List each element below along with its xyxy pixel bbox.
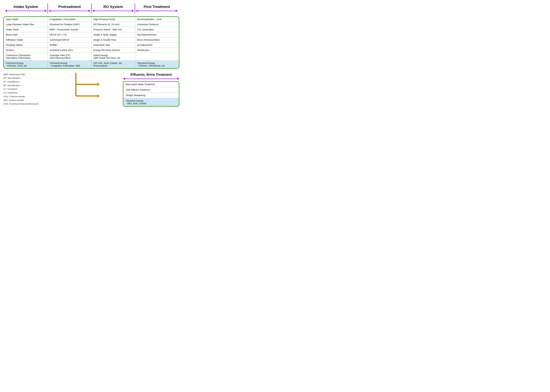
table-row: Intake Tower MMF - Pressurized, Gravity … (4, 27, 179, 32)
legend-item: CEB: Chemical Enhanced Backwash (3, 102, 39, 106)
arrow-line (94, 11, 132, 11)
pretreatment-arrow (49, 10, 91, 12)
post-treatment-header: Post Treatment (136, 5, 178, 12)
table-row: Beach Well MF/UF (O-I, I-O) Single or Mu… (4, 32, 179, 37)
effluents-table: Back-wash Water Treatment CEB Effluent T… (123, 82, 179, 106)
list-item: CEB Effluent Treatment (123, 87, 179, 93)
table-row: Open Intake Coagulation, Flocculation Hi… (4, 17, 179, 22)
list-item: Boron Removal Resin (135, 37, 179, 42)
ro-arrow (92, 10, 134, 12)
list-item: Cartridge Filter (CF)Self-Cleaning Filte… (48, 53, 92, 61)
list-item: Chemical Dosing- Chlorine, Chloramine, e… (135, 61, 179, 68)
list-item: Back-wash Water Treatment (123, 82, 179, 87)
list-item: Pressure Vessel - Side Port (91, 27, 135, 32)
table-row: Pumping Station Biofilter Draw-back Tank… (4, 42, 179, 48)
legend-item: UF: Ultrafiltration (3, 80, 39, 84)
ro-system-title: RO System (104, 5, 123, 9)
pretreatment-header: Pretreatment (49, 5, 91, 12)
legend-item: O-I: Outside/In (3, 87, 39, 91)
list-item: CO₂ Generation (135, 27, 179, 32)
legend-item: MF: Microfiltration (3, 76, 39, 80)
chemical-dosing-row: Chemical Dosing- SBS, Acid, Caustic (123, 98, 179, 106)
divider-1 (48, 3, 48, 13)
list-item: Submerged MF/UF (48, 37, 92, 42)
list-item: High-Pressure Pump (91, 17, 135, 22)
arrow-line (7, 11, 45, 11)
arrow-right-icon (176, 10, 178, 12)
orange-arrows-svg (63, 73, 99, 104)
list-item: Energy Recovery Devices (91, 48, 135, 53)
list-item: Intake Tower (4, 27, 48, 32)
table-row: Continuous ChlorinationIntermittent Chlo… (4, 53, 179, 61)
table-row: Screens Activated Carbon (AC) Energy Rec… (4, 48, 179, 53)
effluents-section: Effluents, Brine Treatment Back-wash Wat… (123, 73, 179, 107)
legend-item: NF: Nanofiltration (3, 84, 39, 87)
main-box: Open Intake Coagulation, Flocculation Hi… (3, 16, 179, 69)
svg-marker-2 (98, 94, 99, 98)
header-section: Intake System Pretreatment RO System Pos… (3, 3, 179, 13)
list-item: MMF - Pressurized, Gravity (48, 27, 92, 32)
list-item: Dissolved Air Flotation (DAF) (48, 22, 92, 27)
intake-arrow (5, 10, 47, 12)
divider-2 (91, 3, 92, 13)
arrow-left-icon (123, 77, 125, 80)
table-row: Sludge Dewatering (123, 93, 179, 98)
legend-item: I-O: Inside/Out (3, 91, 39, 95)
arrow-right-icon (89, 10, 91, 12)
table-row: Large Diameter Intake Pipe Dissolved Air… (4, 22, 179, 27)
post-treatment-title: Post Treatment (144, 5, 170, 9)
list-item: Single or Multi- Stages (91, 32, 135, 37)
legend-item: ClO2: Chlorine dioxide (3, 95, 39, 98)
arrow-line (138, 11, 176, 11)
list-item: pH Adjustment (135, 42, 179, 48)
legend-item: MMF: Multimedia Filter (3, 73, 39, 76)
list-item: Beach Well (4, 32, 48, 37)
list-item: Disinfection (135, 48, 179, 53)
arrow-line (51, 11, 89, 11)
list-item: RO Elements (8, 16 inch) (91, 22, 135, 27)
svg-marker-4 (98, 83, 99, 86)
list-item: Sludge Dewatering (123, 93, 179, 98)
list-item: Activated Carbon (AC) (48, 48, 92, 53)
list-item: Chemical Dosing- Chlorine, ClO2, etc. (4, 61, 48, 68)
arrow-right-icon (132, 10, 134, 12)
bottom-section: MMF: Multimedia Filter MF: Microfiltrati… (3, 73, 179, 107)
list-item: CIP Unit - Acid, Caustic, etc.Preservati… (91, 61, 135, 68)
list-item: Draw-back Tank (91, 42, 135, 48)
table-row: CEB Effluent Treatment (123, 87, 179, 93)
post-treatment-arrow (136, 10, 178, 12)
list-item: Biofilter (48, 42, 92, 48)
list-item: Pumping Station (4, 42, 48, 48)
arrow-right-icon (45, 10, 47, 12)
arrow-left-icon (49, 10, 51, 12)
list-item: Single or Double Pass (91, 37, 135, 42)
ro-system-header: RO System (92, 5, 134, 12)
list-item: Open Intake (4, 17, 48, 22)
intake-system-title: Intake System (14, 5, 38, 9)
list-item: MF/UF (O-I, I-O) (48, 32, 92, 37)
effluents-arrow (123, 77, 179, 80)
divider-3 (135, 3, 135, 13)
effluents-box: Back-wash Water Treatment CEB Effluent T… (123, 81, 179, 107)
list-item: Remineralization - Lime (135, 17, 179, 22)
legend-box: MMF: Multimedia Filter MF: Microfiltrati… (3, 73, 39, 106)
arrows-area (63, 73, 99, 104)
arrow-line (125, 78, 177, 79)
list-item: Screens (4, 48, 48, 53)
chemical-dosing-row: Chemical Dosing- Chlorine, ClO2, etc. Ch… (4, 61, 179, 68)
list-item: Infiltration Intake (4, 37, 48, 42)
arrow-left-icon (5, 10, 7, 12)
table-row: Infiltration Intake Submerged MF/UF Sing… (4, 37, 179, 42)
list-item (135, 53, 179, 61)
legend-item: SBS: Sodium bisulfite (3, 98, 39, 102)
effluents-title: Effluents, Brine Treatment (123, 73, 179, 77)
intake-system-header: Intake System (5, 5, 47, 12)
arrow-left-icon (136, 10, 138, 12)
list-item: Large Diameter Intake Pipe (4, 22, 48, 27)
list-item: Coagulation, Flocculation (48, 17, 92, 22)
pretreatment-title: Pretreatment (58, 5, 81, 9)
list-item: Hybrid DesignSplit Partial Two Pass, etc… (91, 53, 135, 61)
list-item: Chemical Dosing- Coagulant, Antiscalant,… (48, 61, 92, 68)
list-item: Chemical Dosing- SBS, Acid, Caustic (123, 98, 179, 106)
list-item: Limestone Contactor (135, 22, 179, 27)
